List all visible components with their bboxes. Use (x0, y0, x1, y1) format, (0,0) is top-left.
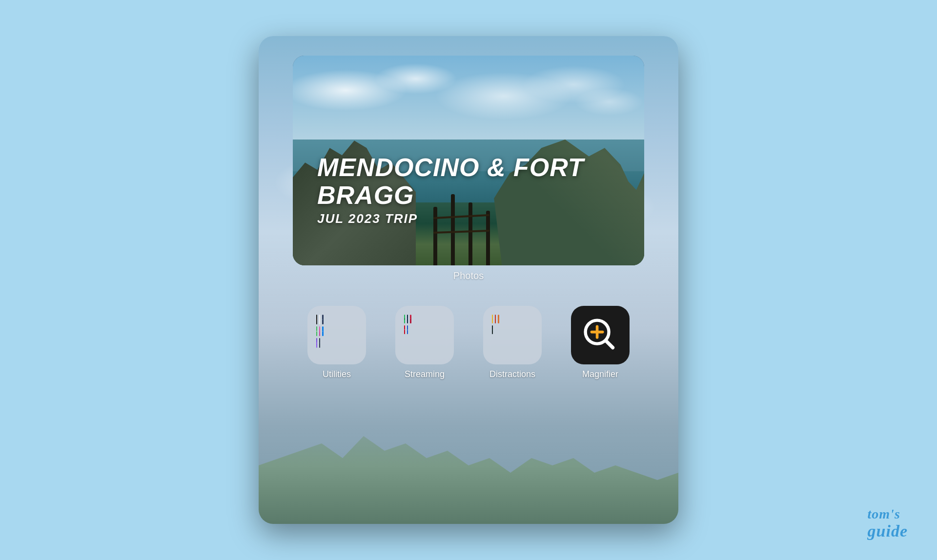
watermark-line2: guide (868, 522, 908, 540)
facetime-mini-icon (316, 326, 317, 336)
distractions-app-item: Distractions (473, 306, 551, 380)
photos-widget-container: MENDOCINO & FORT BRAGG JUL 2023 TRIP Pho… (293, 56, 644, 281)
pixelmator-mini-icon: P (410, 315, 411, 323)
magnifier-app-item: Magnifier (561, 306, 639, 380)
clock-mini-icon (319, 315, 320, 324)
svg-rect-11 (316, 331, 317, 332)
iheart-mini-icon (404, 325, 405, 334)
photo-scene: MENDOCINO & FORT BRAGG JUL 2023 TRIP (293, 56, 644, 265)
game4-mini-icon (492, 325, 493, 334)
svg-point-42 (495, 319, 496, 319)
content-area: MENDOCINO & FORT BRAGG JUL 2023 TRIP Pho… (259, 36, 678, 524)
game1-mini-icon (492, 315, 493, 323)
voice-memos-mini-icon (316, 315, 317, 324)
toms-guide-watermark: tom's guide (868, 506, 908, 540)
svg-line-55 (606, 341, 613, 348)
photo-title: MENDOCINO & FORT BRAGG (317, 154, 620, 209)
utilities-app-item: ♪ (298, 306, 376, 380)
streaming6-empty (410, 325, 411, 334)
distraction9-empty (498, 336, 499, 345)
utilities-label: Utilities (323, 369, 351, 380)
svg-point-48 (498, 319, 499, 320)
utility9-mini-icon (322, 338, 323, 348)
distraction8-empty (495, 336, 496, 345)
svg-point-26 (404, 319, 405, 319)
streaming-app-item: D+ (386, 306, 464, 380)
photo-text-overlay: MENDOCINO & FORT BRAGG JUL 2023 TRIP (317, 154, 620, 226)
streaming9-empty (410, 336, 411, 345)
watermark-line1: tom's (868, 506, 908, 522)
disney-plus-mini-icon: D+ (407, 315, 408, 323)
magnifier-app-icon[interactable] (571, 306, 630, 364)
utility3-mini-icon (322, 315, 323, 324)
ipad-screen: MENDOCINO & FORT BRAGG JUL 2023 TRIP Pho… (259, 36, 678, 524)
svg-point-38 (492, 319, 492, 319)
streaming7-empty (404, 336, 405, 345)
music-mini-icon: ♪ (319, 326, 320, 336)
svg-rect-40 (492, 319, 493, 320)
game3-mini-icon (498, 315, 499, 323)
distraction6-empty (498, 325, 499, 334)
svg-rect-43 (495, 319, 496, 320)
disneyland-mini-icon (407, 325, 408, 334)
svg-text:D+: D+ (407, 319, 408, 319)
distraction7-empty (492, 336, 493, 345)
distractions-label: Distractions (489, 369, 535, 380)
photos-widget[interactable]: MENDOCINO & FORT BRAGG JUL 2023 TRIP (293, 56, 644, 265)
streaming-folder-icon[interactable]: D+ (395, 306, 454, 364)
utility8-mini-icon (319, 338, 320, 348)
svg-rect-37 (492, 319, 493, 320)
shortcuts-mini-icon (316, 338, 317, 348)
distractions-folder-icon[interactable] (483, 306, 542, 364)
magnifier-icon-svg (581, 316, 620, 355)
svg-rect-21 (319, 342, 320, 343)
spotify-mini-icon (404, 315, 405, 323)
photos-widget-label: Photos (453, 270, 484, 281)
game2-mini-icon (495, 315, 496, 323)
streaming8-empty (407, 336, 408, 345)
screentime-mini-icon (322, 326, 323, 336)
photo-subtitle: JUL 2023 TRIP (317, 211, 620, 226)
svg-point-39 (492, 319, 493, 319)
svg-rect-0 (316, 319, 317, 320)
utilities-folder-icon[interactable]: ♪ (307, 306, 366, 364)
apps-row: ♪ (298, 306, 639, 380)
streaming-label: Streaming (405, 369, 445, 380)
magnifier-label: Magnifier (582, 369, 618, 380)
distraction5-empty (495, 325, 496, 334)
